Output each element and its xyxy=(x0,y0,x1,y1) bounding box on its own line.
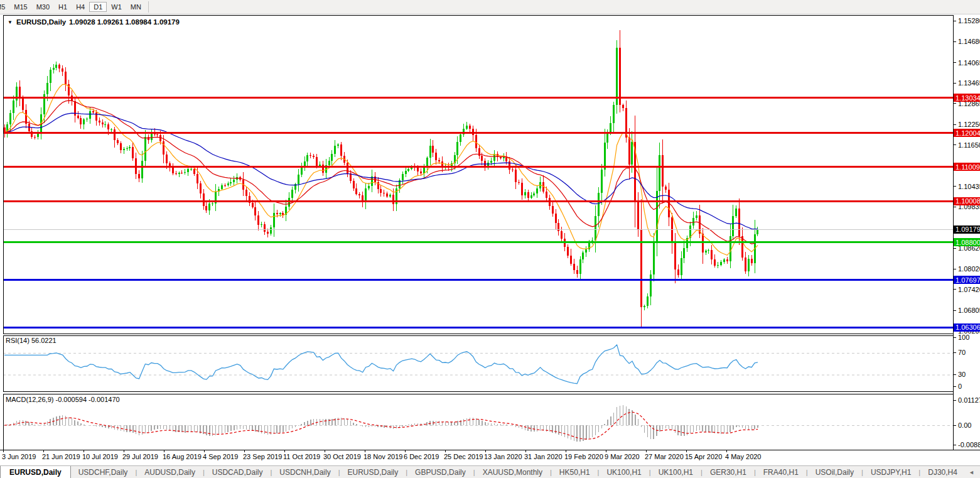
bear-candle xyxy=(619,48,621,104)
bear-candle xyxy=(515,170,517,183)
price-tick-label: 1.06805 xyxy=(958,307,980,314)
bear-candle xyxy=(478,148,480,156)
bull-candle xyxy=(365,188,367,202)
chart-tab-15[interactable]: DJ30,H4 xyxy=(920,466,965,478)
bear-candle xyxy=(102,122,104,124)
bull-candle xyxy=(337,144,339,146)
chart-tab-11[interactable]: GER30,H1 xyxy=(703,466,754,478)
bull-candle xyxy=(730,236,731,261)
bull-candle xyxy=(606,133,608,143)
price-line-label: 1.08800 xyxy=(956,239,980,246)
bull-candle xyxy=(319,165,321,166)
chart-tab-5[interactable]: EURUSD,Daily xyxy=(340,466,406,478)
current-price-label: 1.09179 xyxy=(956,225,980,233)
bear-candle xyxy=(224,185,226,186)
chart-symbol-label: EURUSD,Daily xyxy=(16,18,67,26)
bear-candle xyxy=(392,195,394,204)
ma-mid-line xyxy=(4,100,758,244)
date-label: 16 Aug 2019 xyxy=(163,453,202,460)
price-tick-label: 1.13465 xyxy=(958,79,980,87)
bull-candle xyxy=(55,65,57,68)
macd-tick-label: 0.011277 xyxy=(958,396,980,404)
symbol-dropdown-icon[interactable]: ▼ xyxy=(8,19,13,25)
bull-candle xyxy=(328,161,330,165)
price-tick-label: 1.07420 xyxy=(958,286,980,293)
bear-candle xyxy=(166,155,168,163)
chart-tab-bar: EURUSD,DailyUSDCHF,Daily|AUDUSD,Daily|US… xyxy=(0,465,980,478)
chart-tab-12[interactable]: FRA40,H1 xyxy=(756,466,806,478)
chart-tab-6[interactable]: GBPUSD,Daily xyxy=(407,466,473,478)
bear-candle xyxy=(282,213,284,214)
bull-candle xyxy=(732,216,734,236)
bull-candle xyxy=(423,167,425,173)
tab-scroll-left-button[interactable]: ◄ xyxy=(965,466,978,478)
bull-candle xyxy=(748,259,750,271)
bull-candle xyxy=(212,204,213,204)
rsi-tick-label: 100 xyxy=(958,334,969,341)
bear-candle xyxy=(417,168,419,171)
bear-candle xyxy=(521,183,523,195)
bull-candle xyxy=(83,119,85,124)
bear-candle xyxy=(138,174,140,178)
bull-candle xyxy=(493,154,495,161)
bear-candle xyxy=(132,147,134,159)
bear-candle xyxy=(203,193,205,206)
chart-tab-7[interactable]: XAUUSD,Monthly xyxy=(475,466,550,478)
bear-candle xyxy=(573,264,575,271)
chart-tab-14[interactable]: USDJPY,H1 xyxy=(863,466,918,478)
horizontal-lines-layer[interactable] xyxy=(3,98,953,328)
date-label: 21 Jun 2019 xyxy=(42,453,80,460)
date-label: 13 Jan 2020 xyxy=(484,453,522,460)
bear-candle xyxy=(62,68,63,72)
date-label: 9 Mar 2020 xyxy=(605,453,640,460)
chart-canvas[interactable]: 1.152801.146801.140651.134651.128651.122… xyxy=(0,0,980,465)
bear-candle xyxy=(628,138,630,165)
bull-candle xyxy=(46,83,48,94)
bull-candle xyxy=(490,161,492,162)
chart-tab-10[interactable]: UK100,H1 xyxy=(651,466,701,478)
price-line-label: 1.13034 xyxy=(956,94,980,102)
chart-tab-1[interactable]: USDCHF,Daily xyxy=(71,466,136,478)
bear-candle xyxy=(175,173,177,174)
bear-candle xyxy=(383,193,385,193)
date-label: 29 Jul 2019 xyxy=(122,453,158,460)
bull-candle xyxy=(16,87,18,100)
chart-tab-4[interactable]: USDCNH,Daily xyxy=(272,466,338,478)
bull-candle xyxy=(536,188,538,194)
bull-candle xyxy=(585,249,587,253)
bear-candle xyxy=(386,193,388,197)
pane-frames xyxy=(0,15,980,450)
bull-candle xyxy=(304,161,306,166)
bull-candle xyxy=(631,142,633,165)
chart-tab-9[interactable]: UK100,H1 xyxy=(599,466,649,478)
bull-candle xyxy=(141,161,143,178)
bull-candle xyxy=(735,209,737,217)
bear-candle xyxy=(355,188,357,193)
price-tick-label: 1.12250 xyxy=(958,121,980,128)
rsi-tick-label: 70 xyxy=(958,349,966,356)
chart-tab-3[interactable]: USDCAD,Daily xyxy=(205,466,271,478)
chart-tab-0[interactable]: EURUSD,Daily xyxy=(0,466,71,478)
date-label: 10 Jul 2019 xyxy=(82,453,118,460)
bear-candle xyxy=(358,194,360,195)
bull-candle xyxy=(616,48,618,105)
macd-tick-label: 0.00 xyxy=(958,421,971,429)
bull-candle xyxy=(291,190,293,198)
bear-candle xyxy=(347,163,348,173)
bear-candle xyxy=(95,112,97,121)
bear-candle xyxy=(380,189,382,193)
bull-candle xyxy=(456,142,458,155)
bear-candle xyxy=(671,217,673,242)
bear-candle xyxy=(512,170,514,170)
bear-candle xyxy=(245,190,247,196)
chart-tab-2[interactable]: AUDUSD,Daily xyxy=(137,466,203,478)
bear-candle xyxy=(702,234,704,253)
bull-candle xyxy=(681,258,682,274)
bull-candle xyxy=(104,124,106,125)
bear-candle xyxy=(546,192,547,198)
date-label: 3 Jun 2019 xyxy=(2,453,36,460)
date-label: 18 Nov 2019 xyxy=(363,453,402,460)
chart-tab-8[interactable]: HK50,H1 xyxy=(552,466,598,478)
bear-candle xyxy=(172,167,174,173)
chart-tab-13[interactable]: USOil,Daily xyxy=(808,466,861,478)
